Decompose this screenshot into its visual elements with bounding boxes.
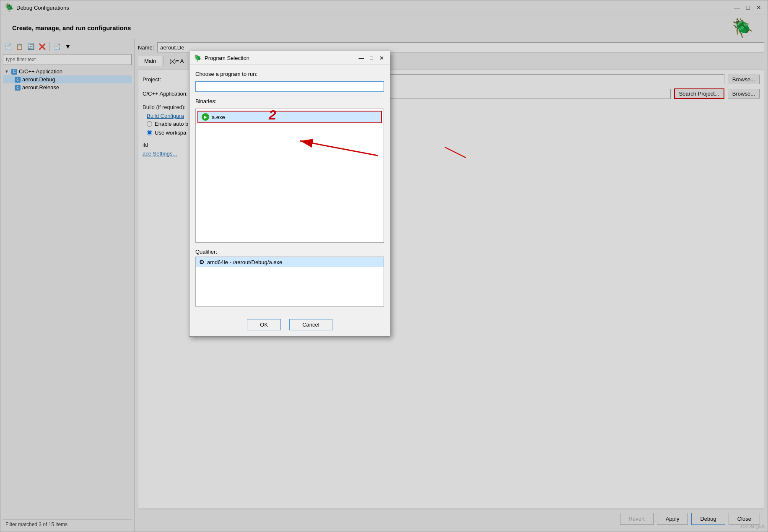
modal-body: Choose a program to run: Binaries: ▶ a.e… [189, 65, 390, 313]
modal-title-left: 🪲 Program Selection [194, 54, 249, 62]
play-icon: ▶ [202, 113, 209, 121]
modal-controls: — □ ✕ [357, 54, 386, 62]
modal-titlebar: 🪲 Program Selection — □ ✕ [189, 51, 390, 65]
qualifier-list: ⚙ amd64le - /aerout/Debug/a.exe [195, 257, 384, 307]
qualifier-name: amd64le - /aerout/Debug/a.exe [207, 259, 282, 265]
choose-label: Choose a program to run: [195, 71, 384, 77]
qualifier-label: Qualifier: [195, 249, 384, 255]
modal-minimize-button[interactable]: — [357, 54, 366, 62]
watermark: CSDN @稿· [741, 524, 766, 530]
modal-footer: OK Cancel [189, 313, 390, 336]
modal-overlay: 🪲 Program Selection — □ ✕ Choose a progr… [0, 0, 768, 532]
modal-close-button[interactable]: ✕ [377, 54, 386, 62]
modal-icon: 🪲 [194, 54, 202, 62]
main-window: 🪲 Debug Configurations — □ ✕ Create, man… [0, 0, 768, 532]
binaries-list: ▶ a.exe [195, 109, 384, 243]
program-selection-modal: 🪲 Program Selection — □ ✕ Choose a progr… [189, 51, 390, 337]
binaries-label: Binaries: [195, 98, 384, 104]
binary-item-aexe[interactable]: ▶ a.exe [197, 111, 382, 123]
qualifier-item[interactable]: ⚙ amd64le - /aerout/Debug/a.exe [196, 257, 384, 267]
modal-title: Program Selection [205, 55, 249, 61]
ok-button[interactable]: OK [247, 319, 281, 330]
modal-maximize-button[interactable]: □ [367, 54, 376, 62]
cancel-button[interactable]: Cancel [289, 319, 332, 330]
binary-name: a.exe [212, 114, 225, 120]
qualifier-section: Qualifier: ⚙ amd64le - /aerout/Debug/a.e… [195, 249, 384, 307]
qualifier-gear-icon: ⚙ [199, 259, 205, 265]
program-input[interactable] [195, 81, 384, 92]
